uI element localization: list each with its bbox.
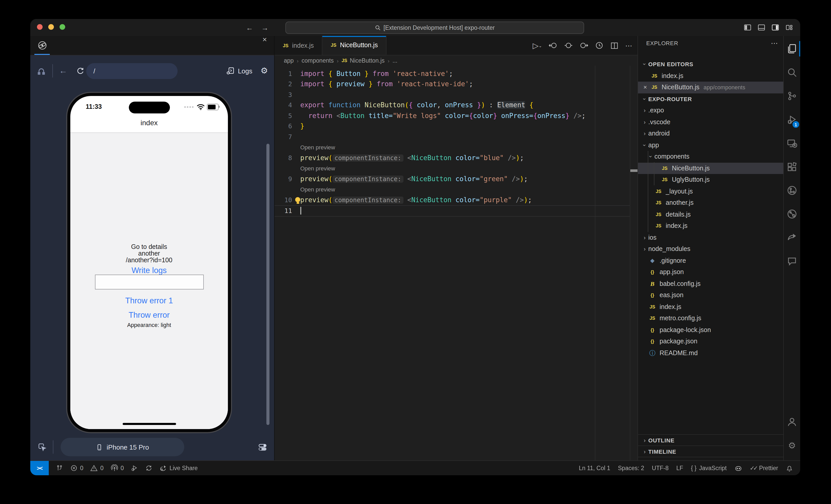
activity-account[interactable] [784,410,800,434]
status-live-share[interactable]: Live Share [160,465,198,472]
close-window-button[interactable] [37,24,42,30]
status-spaces-2[interactable]: Spaces: 2 [618,465,644,471]
editor-scrollbar[interactable] [630,66,637,461]
nav-forward-icon[interactable] [579,41,588,50]
tree-item-index-js[interactable]: JSindex.js [638,220,783,232]
tab-nicebutton-js[interactable]: JSNiceButton.js [323,36,386,55]
activity-share[interactable] [784,226,800,249]
tree-item-package-json[interactable]: {}package.json [638,336,783,347]
device-select-button[interactable]: iPhone 15 Pro [61,438,184,456]
activity-debug[interactable]: 1 [784,108,800,131]
status-javascript[interactable]: { }JavaScript [691,465,726,471]
tree-item-app-json[interactable]: {}app.json [638,266,783,278]
breadcrumb-item[interactable]: JSNiceButton.js [342,58,385,64]
breadcrumb-item[interactable]: ... [393,58,397,64]
status-copilot[interactable] [734,464,742,472]
tree-item--layout-js[interactable]: JS_layout.js [638,185,783,197]
toggle-primary-sidebar-icon[interactable] [744,24,751,31]
status-lf[interactable]: LF [676,465,683,471]
tree-item-eas-json[interactable]: {}eas.json [638,290,783,301]
device-settings-toggles-icon[interactable] [258,443,267,451]
reload-icon[interactable] [77,67,84,75]
zoom-window-button[interactable] [60,24,65,30]
status-ln-11-col-1[interactable]: Ln 11, Col 1 [579,465,610,471]
code-line-7[interactable]: 7 [275,131,630,142]
activity-explorer[interactable] [784,37,800,61]
split-icon[interactable] [610,41,619,50]
tree-item-node-modules[interactable]: ›node_modules [638,243,783,255]
tab-index-js[interactable]: JSindex.js [275,36,323,55]
tree-item-details-js[interactable]: JSdetails.js [638,209,783,220]
activity-search[interactable] [784,61,800,84]
magnet-icon[interactable] [36,66,46,76]
link-go-to-details[interactable]: Go to details [70,243,228,250]
status-0[interactable]: 0 [91,465,104,472]
tree-item-ios[interactable]: ›ios [638,232,783,243]
activity-comment[interactable] [784,249,800,273]
activity-circle-graph[interactable] [784,179,800,202]
tree-item-metro-config-js[interactable]: JSmetro.config.js [638,313,783,324]
run-icon[interactable]: ▷⌄ [533,41,542,49]
tree-item-index-js[interactable]: JSindex.js [638,301,783,313]
logs-button[interactable]: Logs [227,67,252,75]
code-editor[interactable]: 1import { Button } from 'react-native';2… [275,66,637,461]
history-icon[interactable] [595,41,604,50]
link-another[interactable]: another [70,250,228,257]
code-line-9[interactable]: 9preview(componentInstance: <NiceButton … [275,174,630,184]
inspect-element-icon[interactable] [37,442,47,452]
status-0[interactable]: 0 [70,465,83,472]
activity-extensions[interactable] [784,155,800,179]
activity-settings[interactable]: ⚙ [784,434,800,457]
minimize-window-button[interactable] [48,24,54,30]
more-icon[interactable]: ⋯ [625,42,632,49]
tree-item-nicebutton-js[interactable]: JSNiceButton.js [638,162,783,174]
code-line-8[interactable]: 8preview(componentInstance: <NiceButton … [275,152,630,163]
section-timeline[interactable]: ›TIMELINE [638,445,783,457]
tree-item-another-js[interactable]: JSanother.js [638,197,783,209]
code-line-10[interactable]: 10preview(componentInstance: <NiceButton… [275,195,630,205]
code-line-11[interactable]: 11 [275,205,630,216]
open-editor-index-js[interactable]: JSindex.js [638,70,783,82]
close-editor-icon[interactable]: × [641,84,649,91]
code-line-4[interactable]: 4export function NiceButton({ color, onP… [275,100,630,110]
section-outline[interactable]: ›OUTLINE [638,434,783,446]
activity-circle-commit[interactable] [784,202,800,226]
nav-back-icon[interactable] [549,41,557,50]
open-preview-code-lens[interactable]: Open preview [275,186,335,192]
breadcrumb-item[interactable]: app [284,58,294,64]
status-sync[interactable] [145,465,152,472]
open-editors-header[interactable]: › OPEN EDITORS [638,59,783,70]
code-line-6[interactable]: 6} [275,121,630,131]
status-utf-8[interactable]: UTF-8 [652,465,668,471]
tree-item--vscode[interactable]: ›.vscode [638,116,783,128]
tree-item--expo[interactable]: ›.expo [638,105,783,116]
iphone-simulator[interactable]: 11:33 index [66,92,232,433]
status-prettier[interactable]: ✓✓Prettier [750,465,778,471]
tree-item-readme-md[interactable]: ⓘREADME.md [638,347,783,359]
status-debug-alt[interactable] [131,465,138,472]
nav-circle-icon[interactable] [564,41,573,50]
throw-error-button[interactable]: Throw error [70,310,228,320]
status-0[interactable]: 0 [111,465,124,472]
panel-scrollbar[interactable] [266,144,269,425]
code-line-5[interactable]: 5 return <Button title="Write logs" colo… [275,110,630,121]
open-preview-code-lens[interactable]: Open preview [275,144,335,150]
toggle-panel-icon[interactable] [757,24,765,31]
phone-text-input[interactable] [95,274,203,290]
tree-item--gitignore[interactable]: ◆.gitignore [638,255,783,266]
open-preview-code-lens[interactable]: Open preview [275,165,335,171]
link-another-id[interactable]: /another?id=100 [70,257,228,264]
tree-item-package-lock-json[interactable]: {}package-lock.json [638,324,783,336]
tree-item-babel-config-js[interactable]: Bbabel.config.js [638,278,783,290]
tree-item-components[interactable]: ›components [638,151,783,162]
customize-layout-icon[interactable] [785,24,793,31]
code-line-3[interactable]: 3 [275,89,630,100]
command-center-search[interactable]: [Extension Development Host] expo-router [285,22,584,34]
tree-item-uglybutton-js[interactable]: JSUglyButton.js [638,174,783,185]
write-logs-button[interactable]: Write logs [70,266,228,275]
route-url-field[interactable]: / [86,63,178,79]
breadcrumb-item[interactable]: components [302,58,334,64]
tree-item-android[interactable]: ›android [638,128,783,139]
open-editor-nicebutton-js[interactable]: ×JSNiceButton.jsapp/components [638,82,783,93]
status-bell[interactable] [786,465,793,472]
